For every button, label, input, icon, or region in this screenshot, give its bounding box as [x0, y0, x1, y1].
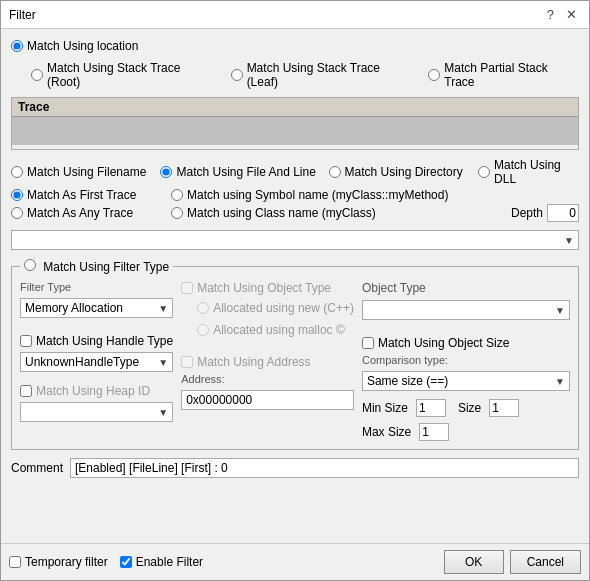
match-object-type-checkbox[interactable] — [181, 282, 193, 294]
filter-type-dropdown[interactable]: Memory Allocation ▼ — [20, 298, 173, 318]
enable-filter-row: Enable Filter — [120, 555, 203, 569]
filter-type-value: Memory Allocation — [25, 301, 123, 315]
match-class-radio[interactable] — [171, 207, 183, 219]
filter-col2: Match Using Object Type Allocated using … — [181, 281, 354, 441]
temporary-filter-checkbox[interactable] — [9, 556, 21, 568]
allocated-new-radio[interactable] — [197, 302, 209, 314]
match-object-type-label: Match Using Object Type — [197, 281, 331, 295]
match-dll-label: Match Using DLL — [494, 158, 579, 186]
partial-stack-radio[interactable] — [428, 69, 440, 81]
match-dll-radio[interactable] — [478, 166, 490, 178]
title-bar-controls: ? ✕ — [543, 7, 581, 22]
match-address-checkbox[interactable] — [181, 356, 193, 368]
filter-body: Filter Type Memory Allocation ▼ Match Us… — [20, 281, 570, 441]
comparison-type-value: Same size (==) — [367, 374, 448, 388]
allocated-new-label: Allocated using new (C++) — [213, 301, 354, 315]
match-first-trace-radio[interactable] — [11, 189, 23, 201]
partial-stack-label: Match Partial Stack Trace — [444, 61, 579, 89]
heap-id-arrow: ▼ — [158, 407, 168, 418]
match-symbol-radio[interactable] — [171, 189, 183, 201]
stack-trace-row: Match Using Stack Trace (Root) Match Usi… — [31, 61, 579, 89]
depth-input[interactable]: 0 — [547, 204, 579, 222]
stack-leaf-label: Match Using Stack Trace (Leaf) — [247, 61, 413, 89]
stack-root-label: Match Using Stack Trace (Root) — [47, 61, 215, 89]
match-any-trace-label: Match As Any Trace — [27, 206, 133, 220]
bottom-left: Temporary filter Enable Filter — [9, 555, 203, 569]
comment-input[interactable]: [Enabled] [FileLine] [First] : 0 — [70, 458, 579, 478]
min-size-label: Min Size — [362, 401, 408, 415]
match-location-radio[interactable] — [11, 40, 23, 52]
filter-type-arrow: ▼ — [158, 303, 168, 314]
handle-type-arrow: ▼ — [158, 357, 168, 368]
max-size-input[interactable]: 1 — [419, 423, 449, 441]
cancel-button[interactable]: Cancel — [510, 550, 581, 574]
handle-type-dropdown[interactable]: UnknownHandleType ▼ — [20, 352, 173, 372]
match-file-line-label: Match Using File And Line — [176, 165, 315, 179]
match-directory-label: Match Using Directory — [345, 165, 463, 179]
match-object-size-checkbox[interactable] — [362, 337, 374, 349]
match-handle-type-label: Match Using Handle Type — [36, 334, 173, 348]
comment-row: Comment [Enabled] [FileLine] [First] : 0 — [11, 458, 579, 478]
max-size-label: Max Size — [362, 425, 411, 439]
size-input[interactable]: 1 — [489, 399, 519, 417]
match-heap-id-label: Match Using Heap ID — [36, 384, 150, 398]
handle-type-value: UnknownHandleType — [25, 355, 139, 369]
heap-id-dropdown[interactable]: ▼ — [20, 402, 173, 422]
trace-dropdown[interactable]: ▼ — [11, 230, 579, 250]
stack-root-radio[interactable] — [31, 69, 43, 81]
match-directory-radio[interactable] — [329, 166, 341, 178]
match-first-trace-label: Match As First Trace — [27, 188, 136, 202]
comment-label: Comment — [11, 461, 66, 475]
trace-group: Trace — [11, 97, 579, 150]
comparison-type-arrow: ▼ — [555, 376, 565, 387]
match-class-label: Match using Class name (myClass) — [187, 206, 376, 220]
filter-type-title: Match Using Filter Type — [20, 259, 173, 274]
allocated-malloc-row: Allocated using malloc © — [197, 323, 354, 337]
address-input[interactable]: 0x00000000 — [181, 390, 354, 410]
comparison-type-dropdown[interactable]: Same size (==) ▼ — [362, 371, 570, 391]
match-heap-id-checkbox[interactable] — [20, 385, 32, 397]
match-symbol-label: Match using Symbol name (myClass::myMeth… — [187, 188, 448, 202]
max-size-row: Max Size 1 — [362, 423, 570, 441]
file-options-row2: Match As First Trace Match using Symbol … — [11, 188, 579, 202]
object-type-arrow: ▼ — [555, 305, 565, 316]
temporary-filter-label: Temporary filter — [25, 555, 108, 569]
object-type-label: Object Type — [362, 281, 570, 295]
filter-type-field-label: Filter Type — [20, 281, 173, 293]
enable-filter-checkbox[interactable] — [120, 556, 132, 568]
file-options: Match Using Filename Match Using File An… — [11, 158, 579, 222]
match-filter-type-radio[interactable] — [24, 259, 36, 271]
match-handle-type-row: Match Using Handle Type — [20, 334, 173, 348]
file-options-row3: Match As Any Trace Match using Class nam… — [11, 204, 579, 222]
allocated-new-row: Allocated using new (C++) — [197, 301, 354, 315]
trace-body — [12, 117, 578, 145]
dialog-content: Match Using location Match Using Stack T… — [1, 29, 589, 543]
filter-col1: Filter Type Memory Allocation ▼ Match Us… — [20, 281, 173, 441]
min-size-input[interactable]: 1 — [416, 399, 446, 417]
match-filename-label: Match Using Filename — [27, 165, 146, 179]
match-object-type-row: Match Using Object Type — [181, 281, 354, 295]
match-object-size-label: Match Using Object Size — [378, 336, 509, 350]
help-icon[interactable]: ? — [543, 7, 558, 22]
match-file-line-radio[interactable] — [160, 166, 172, 178]
trace-dropdown-row: ▼ — [11, 230, 579, 250]
filter-type-group: Match Using Filter Type Filter Type Memo… — [11, 266, 579, 450]
ok-button[interactable]: OK — [444, 550, 504, 574]
address-label: Address: — [181, 373, 354, 385]
close-icon[interactable]: ✕ — [562, 7, 581, 22]
filter-dialog: Filter ? ✕ Match Using location Match Us… — [0, 0, 590, 581]
size-label: Size — [458, 401, 481, 415]
match-address-label: Match Using Address — [197, 355, 310, 369]
match-any-trace-radio[interactable] — [11, 207, 23, 219]
match-heap-id-row: Match Using Heap ID — [20, 384, 173, 398]
filter-col3: Object Type ▼ Match Using Object Size Co… — [362, 281, 570, 441]
trace-header: Trace — [12, 98, 578, 117]
match-handle-type-checkbox[interactable] — [20, 335, 32, 347]
object-type-dropdown[interactable]: ▼ — [362, 300, 570, 320]
match-address-row: Match Using Address — [181, 355, 354, 369]
bottom-right: OK Cancel — [444, 550, 581, 574]
allocated-malloc-radio[interactable] — [197, 324, 209, 336]
depth-label: Depth — [511, 206, 543, 220]
stack-leaf-radio[interactable] — [231, 69, 243, 81]
match-filename-radio[interactable] — [11, 166, 23, 178]
